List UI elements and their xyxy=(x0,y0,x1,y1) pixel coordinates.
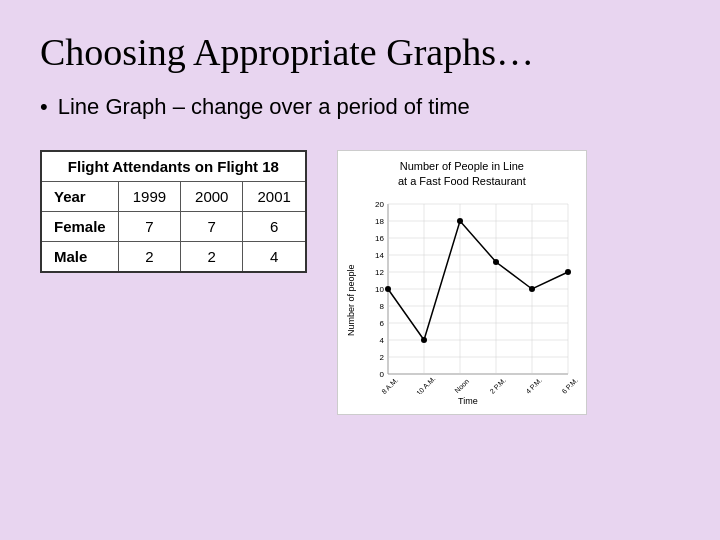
svg-text:2: 2 xyxy=(379,353,384,362)
table-header-row: Year 1999 2000 2001 xyxy=(41,182,306,212)
slide: Choosing Appropriate Graphs… • Line Grap… xyxy=(0,0,720,540)
col-header-year: Year xyxy=(41,182,118,212)
row-label-male: Male xyxy=(41,242,118,273)
chart-title: Number of People in Line at a Fast Food … xyxy=(346,159,578,190)
male-2000: 2 xyxy=(181,242,243,273)
chart-title-line2: at a Fast Food Restaurant xyxy=(398,175,526,187)
svg-text:6: 6 xyxy=(379,319,384,328)
table-row-female: Female 7 7 6 xyxy=(41,212,306,242)
col-header-1999: 1999 xyxy=(118,182,180,212)
svg-text:0: 0 xyxy=(379,370,384,379)
data-point-4 xyxy=(493,259,499,265)
svg-text:6 P.M.: 6 P.M. xyxy=(560,376,578,394)
line-chart-polyline xyxy=(388,221,568,340)
data-point-1 xyxy=(385,286,391,292)
female-2000: 7 xyxy=(181,212,243,242)
y-axis-label: Number of people xyxy=(346,194,356,406)
x-axis-label: Time xyxy=(358,396,578,406)
svg-text:16: 16 xyxy=(375,234,384,243)
table-row-male: Male 2 2 4 xyxy=(41,242,306,273)
slide-title: Choosing Appropriate Graphs… xyxy=(40,30,680,74)
flight-table: Flight Attendants on Flight 18 Year 1999… xyxy=(40,150,307,273)
col-header-2000: 2000 xyxy=(181,182,243,212)
female-1999: 7 xyxy=(118,212,180,242)
svg-text:Noon: Noon xyxy=(453,377,470,394)
svg-text:8: 8 xyxy=(379,302,384,311)
svg-text:4 P.M.: 4 P.M. xyxy=(524,376,543,394)
svg-text:4: 4 xyxy=(379,336,384,345)
table-title-row: Flight Attendants on Flight 18 xyxy=(41,151,306,182)
svg-text:10: 10 xyxy=(375,285,384,294)
chart-area: Number of people xyxy=(346,194,578,406)
svg-text:12: 12 xyxy=(375,268,384,277)
svg-text:10 A.M.: 10 A.M. xyxy=(415,375,437,394)
bullet-item: • Line Graph – change over a period of t… xyxy=(40,94,680,120)
table-container: Flight Attendants on Flight 18 Year 1999… xyxy=(40,150,307,415)
data-point-5 xyxy=(529,286,535,292)
male-2001: 4 xyxy=(243,242,306,273)
chart-graph-area: 0 2 4 6 8 10 12 14 16 18 20 8 A.M. xyxy=(358,194,578,406)
chart-container: Number of People in Line at a Fast Food … xyxy=(337,150,587,415)
col-header-2001: 2001 xyxy=(243,182,306,212)
table-title: Flight Attendants on Flight 18 xyxy=(41,151,306,182)
male-1999: 2 xyxy=(118,242,180,273)
content-area: Flight Attendants on Flight 18 Year 1999… xyxy=(40,150,680,415)
bullet-text: Line Graph – change over a period of tim… xyxy=(58,94,470,120)
chart-title-line1: Number of People in Line xyxy=(400,160,524,172)
female-2001: 6 xyxy=(243,212,306,242)
line-chart-svg: 0 2 4 6 8 10 12 14 16 18 20 8 A.M. xyxy=(358,194,578,394)
row-label-female: Female xyxy=(41,212,118,242)
svg-text:2 P.M.: 2 P.M. xyxy=(488,376,507,394)
svg-text:20: 20 xyxy=(375,200,384,209)
svg-text:18: 18 xyxy=(375,217,384,226)
data-point-3 xyxy=(457,218,463,224)
data-point-6 xyxy=(565,269,571,275)
svg-text:14: 14 xyxy=(375,251,384,260)
data-point-2 xyxy=(421,337,427,343)
bullet-dot: • xyxy=(40,94,48,120)
